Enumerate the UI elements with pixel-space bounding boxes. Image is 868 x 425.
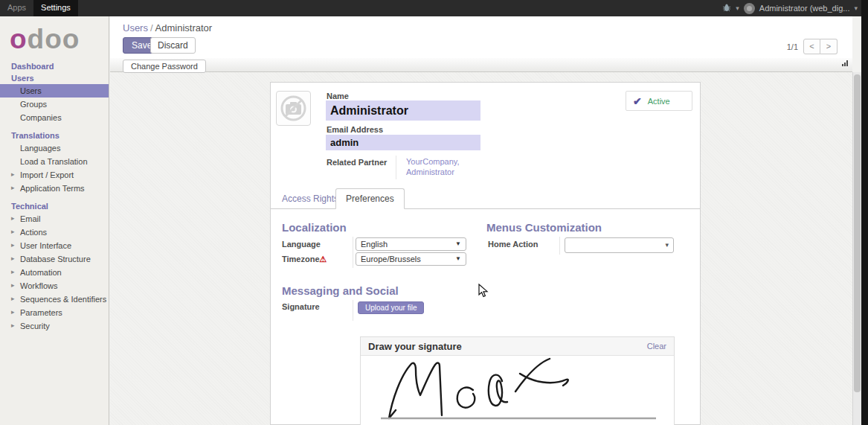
expand-icon: ▸ [11,214,15,222]
sidebar-item-workflows[interactable]: ▸Workflows [0,279,109,293]
timezone-label: Timezone⚠ [282,255,327,264]
form-statusbar: Change Password [110,58,852,72]
expand-icon: ▸ [11,255,15,262]
user-menu[interactable]: Administrator (web_dig... [759,4,850,13]
sidebar-item-actions[interactable]: ▸Actions [0,226,109,239]
sidebar-header-dashboard[interactable]: Dashboard [0,60,109,72]
expand-icon: ▸ [11,308,15,316]
upload-file-button[interactable]: Upload your file [358,301,424,314]
pager-next-button[interactable]: > [820,39,838,54]
sidebar-item-user-interface[interactable]: ▸User Interface [0,239,109,252]
timezone-select[interactable]: Europe/Brussels ▼ [356,252,466,266]
signature-pad-header: Draw your signature Clear [361,337,674,356]
resize-grip-icon[interactable] [842,60,849,66]
localization-title: Localization [282,221,347,234]
topbar-right-cluster: ▾ Administrator (web_dig... ▾ [722,0,868,16]
expand-icon: ▸ [11,281,15,289]
messaging-social-title: Messaging and Social [282,284,399,297]
related-partner-label: Related Partner [327,158,387,167]
user-photo-placeholder[interactable] [276,91,311,126]
name-input[interactable] [326,100,480,121]
window-edge [861,0,868,425]
select-arrow-icon: ▼ [455,255,461,262]
pager-previous-button[interactable]: < [803,39,820,54]
topmenu-apps[interactable]: Apps [0,0,33,16]
sidebar-item-companies[interactable]: Companies [0,111,109,124]
signature-label: Signature [282,302,320,311]
discard-button[interactable]: Discard [150,37,196,54]
sidebar-item-automation[interactable]: ▸Automation [0,266,109,279]
settings-sidebar: odoo Dashboard Users Users Groups Compan… [0,16,109,425]
odoo-backend: Apps Settings ▾ Administrator (web_dig..… [0,0,868,425]
expand-icon: ▸ [11,184,15,191]
expand-icon: ▸ [11,295,15,302]
expand-icon: ▸ [11,268,15,275]
sidebar-item-database-structure[interactable]: ▸Database Structure [0,252,109,266]
email-input[interactable] [326,135,480,150]
sidebar-item-languages[interactable]: Languages [0,141,109,155]
tab-access-rights[interactable]: Access Rights [282,194,338,204]
user-menu-caret-icon[interactable]: ▾ [854,4,858,12]
sidebar-header-users[interactable]: Users [0,72,109,84]
signature-pad-title: Draw your signature [368,341,462,352]
active-label: Active [648,97,670,106]
sidebar-item-email[interactable]: ▸Email [0,212,109,226]
language-label: Language [282,240,321,249]
expand-icon: ▸ [11,322,15,329]
combo-caret-icon: ▾ [665,241,669,249]
vertical-scrollbar[interactable] [852,72,861,425]
sidebar-item-users[interactable]: Users [0,84,109,98]
bug-icon[interactable] [722,1,731,15]
check-icon: ✔ [633,95,642,107]
field-separator [353,237,353,268]
control-panel: Users/Administrator Save Discard 1/1 < > [110,16,852,58]
expand-icon: ▸ [11,228,15,235]
user-avatar[interactable] [744,3,755,14]
language-select[interactable]: English ▼ [356,237,466,251]
notebook-tabbar: Access Rights Preferences [271,188,700,209]
change-password-button[interactable]: Change Password [123,60,206,73]
name-label: Name [327,92,349,100]
sidebar-header-technical[interactable]: Technical [0,200,109,212]
sidebar-item-security[interactable]: ▸Security [0,319,109,333]
scrollbar-thumb[interactable] [854,74,861,392]
sidebar-item-load-translation[interactable]: Load a Translation [0,155,109,168]
breadcrumb-current: Administrator [155,22,213,33]
sidebar-header-translations[interactable]: Translations [0,130,109,141]
signature-canvas[interactable] [361,356,674,425]
breadcrumb: Users/Administrator [123,22,212,33]
breadcrumb-users-link[interactable]: Users [123,22,148,33]
sidebar-item-groups[interactable]: Groups [0,98,109,111]
select-arrow-icon: ▼ [455,240,461,247]
topmenu-settings[interactable]: Settings [33,0,78,16]
sidebar-item-parameters[interactable]: ▸Parameters [0,306,109,319]
field-separator [396,156,396,179]
timezone-warning-icon: ⚠ [320,255,327,263]
breadcrumb-separator: / [148,22,155,33]
pager-value: 1/1 [787,42,798,51]
signature-pad: Draw your signature Clear [360,336,675,425]
tab-preferences[interactable]: Preferences [335,188,405,209]
top-menubar: Apps Settings ▾ Administrator (web_dig..… [0,0,868,16]
related-partner-link[interactable]: YourCompany, Administrator [406,157,488,178]
home-action-label: Home Action [488,240,538,249]
systray-caret-icon[interactable]: ▾ [736,4,739,12]
expand-icon: ▸ [11,241,15,249]
sidebar-item-application-terms[interactable]: ▸Application Terms [0,182,109,195]
menus-customization-title: Menus Customization [486,221,602,234]
email-label: Email Address [327,125,383,134]
odoo-logo[interactable]: odoo [0,16,109,60]
active-toggle[interactable]: ✔ Active [626,91,692,111]
field-separator [353,300,353,321]
signature-drawing [361,356,675,425]
sidebar-item-import-export[interactable]: ▸Import / Export [0,168,109,182]
pager: 1/1 < > [787,39,838,54]
signature-clear-link[interactable]: Clear [647,342,666,351]
user-form-sheet: Name Email Address Related Partner YourC… [270,82,701,425]
no-camera-icon [277,92,310,125]
sidebar-item-sequences-identifiers[interactable]: ▸Sequences & Identifiers [0,293,109,306]
home-action-combobox[interactable]: ▾ [565,237,674,253]
expand-icon: ▸ [11,170,15,178]
field-separator [559,237,560,255]
